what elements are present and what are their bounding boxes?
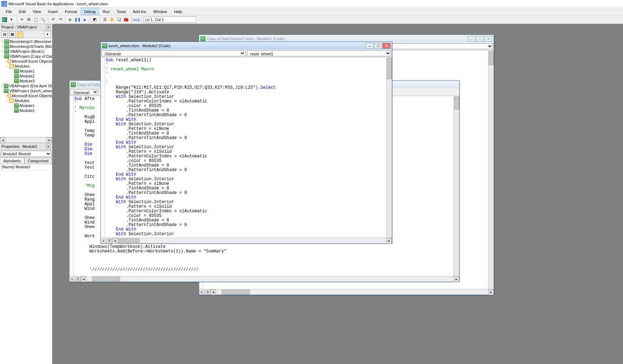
scroll-left-icon[interactable]: ◂ (81, 276, 86, 282)
toggle-folders-icon[interactable]: 📁 (17, 31, 23, 38)
properties-close-icon[interactable]: × (46, 144, 51, 149)
redo-icon[interactable]: ↷ (57, 17, 63, 23)
view-excel-icon[interactable]: X (1, 17, 8, 23)
tab-alphabetic[interactable]: Alphabetic (0, 158, 24, 164)
menu-edit[interactable]: Edit (16, 8, 29, 15)
object-browser-icon[interactable]: ❏ (116, 17, 122, 23)
paste-icon[interactable]: 📋 (33, 17, 39, 23)
minimize-button[interactable]: — (366, 43, 374, 49)
scroll-left-icon[interactable]: ◂ (210, 289, 216, 295)
menubar: FileEditViewInsertFormatDebugRunToolsAdd… (0, 8, 623, 15)
tree-node[interactable]: -VBAProject (Copy of Dai (0, 54, 52, 59)
menu-format[interactable]: Format (61, 8, 81, 15)
close-button[interactable]: ✕ (485, 36, 492, 42)
menu-help[interactable]: Help (171, 8, 186, 15)
view-code-icon[interactable]: ▤ (1, 31, 8, 38)
tree-toggle-icon[interactable]: + (1, 84, 4, 88)
tree-node[interactable]: -Modules (0, 64, 52, 69)
menu-insert[interactable]: Insert (44, 8, 61, 15)
tree-toggle-icon[interactable]: - (6, 99, 9, 102)
full-module-view-icon[interactable]: ☰ (205, 289, 210, 295)
cut-icon[interactable]: ✂ (19, 17, 25, 23)
tree-toggle-icon[interactable]: - (1, 89, 4, 93)
tree-node[interactable]: -VBAProject (lunch_whee (0, 88, 52, 93)
tree-label: VBAProject (Book1) (10, 49, 44, 54)
project-tree-hscroll[interactable]: ◂ ▸ (0, 137, 52, 143)
folder-icon (8, 94, 11, 98)
vertical-scrollbar[interactable] (386, 57, 392, 238)
scroll-right-icon[interactable]: ▸ (488, 289, 494, 295)
project-panel-close-icon[interactable]: × (46, 25, 51, 30)
tree-node[interactable]: Module1 (0, 103, 52, 108)
tree-node[interactable]: Module2 (0, 108, 52, 113)
tree-node[interactable]: Module2 (0, 74, 52, 79)
run-icon[interactable]: ▶ (67, 17, 74, 23)
window-title: Copy of DailyT (77, 82, 103, 87)
menu-window[interactable]: Window (150, 8, 171, 15)
menu-tools[interactable]: Tools (113, 8, 129, 15)
tree-toggle-icon[interactable]: + (1, 40, 4, 43)
vertical-scrollbar[interactable] (454, 96, 459, 276)
project-tree[interactable]: +BloombergUI (Bloomber+BloombergUICharts… (0, 38, 52, 137)
menu-file[interactable]: File (2, 8, 16, 15)
window-bottom-bar: ≡ ☰ ◂ ▸ (199, 289, 494, 295)
scroll-right-icon[interactable]: ▸ (454, 276, 459, 282)
procedure-combo[interactable]: reset_wheel1 (247, 50, 391, 56)
full-module-view-icon[interactable]: ☰ (75, 276, 81, 282)
tree-node[interactable]: -Modules (0, 98, 52, 103)
reset-icon[interactable]: ■ (81, 17, 88, 23)
toolbox-icon[interactable]: 🧰 (123, 17, 129, 23)
break-icon[interactable]: ❚❚ (74, 17, 81, 23)
tree-node[interactable]: +BloombergUI (Bloomber (0, 39, 52, 44)
tree-node[interactable]: +VBAProject (End April 20 (0, 83, 52, 88)
procedure-view-icon[interactable]: ≡ (101, 238, 106, 244)
tree-node[interactable]: +Microsoft Excel Objects (0, 59, 52, 64)
tree-label: Modules (15, 99, 30, 103)
close-button[interactable]: ✕ (383, 43, 390, 49)
menu-add-ins[interactable]: Add-Ins (129, 8, 150, 15)
menu-debug[interactable]: Debug (81, 8, 99, 15)
scroll-right-icon[interactable]: ▸ (47, 137, 52, 143)
tree-node[interactable]: Module1 (0, 69, 52, 74)
undo-icon[interactable]: ↶ (50, 17, 56, 23)
properties-object-selector[interactable]: Module2 Module (1, 151, 51, 157)
menu-run[interactable]: Run (99, 8, 113, 15)
scroll-left-icon[interactable]: ◂ (0, 137, 6, 143)
window-titlebar[interactable]: lunch_wheel.xlsm - Module2 (Code) — ☐ ✕ (101, 42, 392, 50)
tree-toggle-icon[interactable]: - (1, 55, 4, 58)
copy-icon[interactable]: ⧉ (26, 17, 32, 23)
view-object-icon[interactable]: ▦ (9, 31, 16, 38)
object-combo[interactable]: (General) (101, 50, 246, 56)
tree-toggle-icon[interactable]: + (1, 50, 4, 53)
project-explorer-icon[interactable]: ☰ (102, 17, 108, 23)
full-module-view-icon[interactable]: ☰ (106, 238, 112, 244)
design-mode-icon[interactable]: ◩ (92, 17, 98, 23)
scroll-left-icon[interactable]: ◂ (112, 238, 118, 244)
object-combo[interactable]: (General) (70, 89, 98, 95)
menu-view[interactable]: View (29, 8, 45, 15)
find-icon[interactable]: 🔍 (40, 17, 46, 23)
code-window-lunch-wheel-module2[interactable]: lunch_wheel.xlsm - Module2 (Code) — ☐ ✕ … (100, 42, 392, 244)
dropdown-icon[interactable]: ▾ (8, 17, 15, 23)
code-area[interactable]: Sub reset_wheel1() ' ' reset_wheel Macro… (105, 57, 386, 238)
scroll-right-icon[interactable]: ▸ (386, 238, 392, 244)
properties-icon[interactable]: ✋ (109, 17, 115, 23)
maximize-button[interactable]: ☐ (476, 36, 484, 42)
tree-node[interactable]: +BloombergUICharts (Blo (0, 44, 52, 49)
properties-grid[interactable]: (Name) Module2 (0, 164, 52, 364)
tab-categorized[interactable]: Categorized (24, 158, 51, 164)
tree-toggle-icon[interactable]: + (1, 45, 4, 48)
tree-node[interactable]: +Microsoft Excel Objects (0, 93, 52, 98)
minimize-button[interactable]: — (468, 36, 475, 42)
tree-toggle-icon[interactable]: - (6, 64, 9, 68)
property-value[interactable]: Module2 (14, 164, 32, 170)
window-title: Copy of DailyTasksV7.xlsm - Module1 (Cod… (207, 37, 285, 41)
procedure-view-icon[interactable]: ≡ (199, 289, 205, 295)
tree-node[interactable]: +VBAProject (Book1) (0, 49, 52, 54)
project-dropdown-icon[interactable]: ▾ (44, 31, 51, 38)
maximize-button[interactable]: ☐ (374, 43, 382, 49)
procedure-view-icon[interactable]: ≡ (69, 276, 75, 282)
help-icon[interactable]: help (133, 17, 140, 23)
tree-node[interactable]: Module3 (0, 79, 52, 83)
vertical-scrollbar[interactable] (488, 50, 494, 289)
